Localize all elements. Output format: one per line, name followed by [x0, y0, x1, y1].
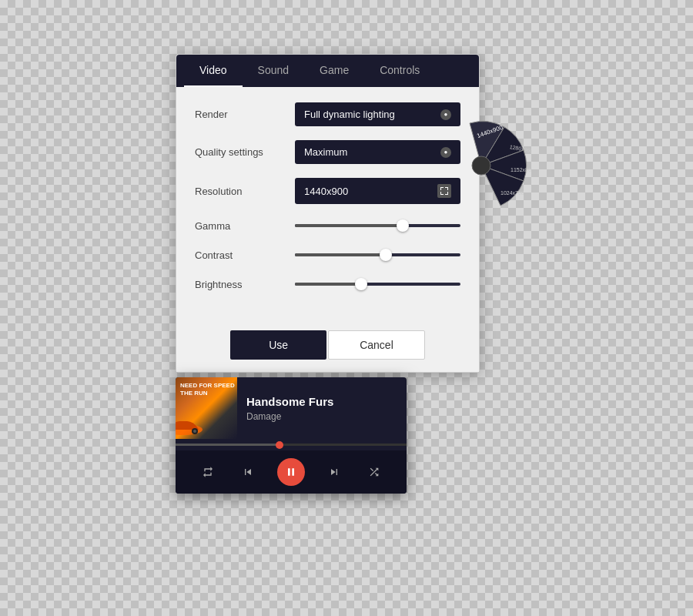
album-title-text: NEED FOR SPEEDTHE RUN [180, 382, 235, 397]
svg-point-9 [193, 430, 196, 433]
cancel-button[interactable]: Cancel [328, 330, 425, 360]
resolution-row: Resolution 1440x900 [195, 178, 460, 204]
gamma-track [295, 224, 460, 227]
repeat-button[interactable] [197, 461, 219, 483]
contrast-slider[interactable] [295, 247, 460, 263]
svg-point-4 [472, 156, 490, 175]
player-controls [176, 450, 407, 494]
gamma-control [295, 218, 460, 233]
previous-icon [242, 466, 254, 478]
brightness-slider[interactable] [295, 276, 460, 292]
gamma-slider[interactable] [295, 218, 460, 233]
contrast-thumb[interactable] [380, 249, 392, 261]
svg-text:1152x864: 1152x864 [511, 167, 531, 172]
tab-video[interactable]: Video [184, 55, 243, 87]
quality-row: Quality settings Maximum ● [195, 140, 460, 164]
player-artist: Damage [246, 411, 397, 422]
quality-label: Quality settings [195, 146, 295, 158]
previous-button[interactable] [237, 461, 259, 483]
player-title: Handsome Furs [246, 395, 397, 408]
gamma-row: Gamma [195, 218, 460, 233]
svg-text:1024x768: 1024x768 [500, 190, 524, 196]
tabs-bar: Video Sound Game Controls [176, 55, 479, 87]
render-row: Render Full dynamic lighting ● [195, 102, 460, 126]
shuffle-button[interactable] [363, 461, 385, 483]
next-icon [328, 466, 340, 478]
contrast-control [295, 247, 460, 263]
album-art-inner: NEED FOR SPEEDTHE RUN [176, 377, 237, 439]
music-player: NEED FOR SPEEDTHE RUN Handsome Furs Dama… [176, 377, 407, 494]
tab-game[interactable]: Game [304, 55, 364, 87]
next-button[interactable] [323, 461, 345, 483]
play-pause-button[interactable] [277, 458, 305, 486]
resolution-label: Resolution [195, 186, 295, 197]
player-info: Handsome Furs Damage [237, 384, 407, 433]
progress-bar-fill [176, 444, 280, 446]
contrast-row: Contrast [195, 247, 460, 263]
buttons-row: Use Cancel [176, 321, 479, 372]
pause-icon [285, 466, 297, 478]
gamma-label: Gamma [195, 220, 295, 232]
brightness-control [295, 276, 460, 292]
brightness-thumb[interactable] [355, 278, 367, 290]
contrast-label: Contrast [195, 249, 295, 261]
shuffle-icon [368, 466, 380, 478]
contrast-track [295, 253, 460, 256]
use-button[interactable]: Use [230, 330, 326, 360]
gamma-thumb[interactable] [397, 219, 409, 232]
tab-sound[interactable]: Sound [243, 55, 304, 87]
progress-bar-container[interactable] [176, 439, 407, 450]
brightness-track [295, 283, 460, 286]
render-label: Render [195, 109, 295, 120]
resolution-wheel[interactable]: 1440x900 1280x960 1152x864 1024x768 [431, 116, 531, 216]
tab-controls[interactable]: Controls [364, 55, 435, 87]
brightness-row: Brightness [195, 276, 460, 292]
brightness-label: Brightness [195, 279, 295, 290]
progress-dot [276, 441, 283, 449]
album-art: NEED FOR SPEEDTHE RUN [176, 377, 237, 439]
player-top: NEED FOR SPEEDTHE RUN Handsome Furs Dama… [176, 377, 407, 439]
progress-bar-track [176, 444, 407, 446]
repeat-icon [202, 466, 214, 478]
